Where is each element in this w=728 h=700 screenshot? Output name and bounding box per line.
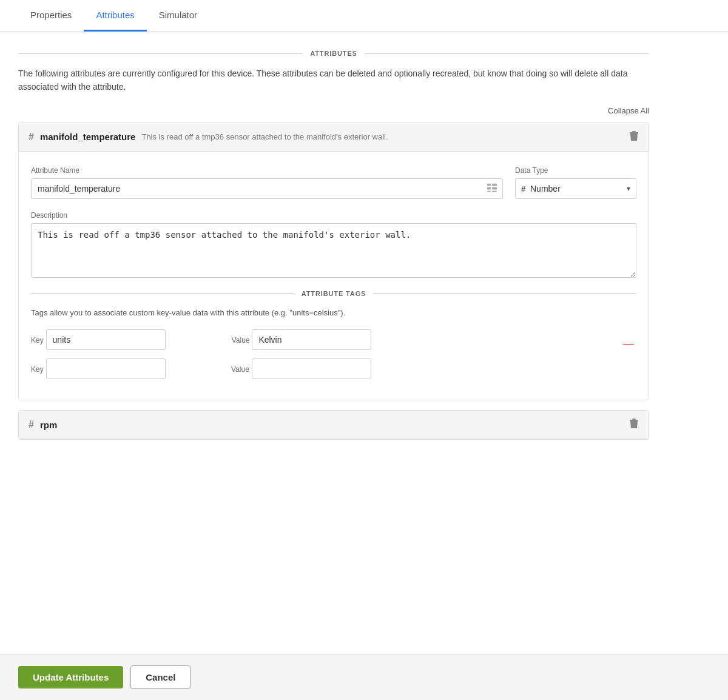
description-textarea[interactable]: This is read off a tmp36 sensor attached… bbox=[31, 223, 636, 278]
collapse-all-row: Collapse All bbox=[18, 106, 649, 115]
attribute-header-rpm: # rpm bbox=[19, 411, 649, 439]
tag-row-0: Key Value — bbox=[31, 329, 636, 350]
tag-key-input-0[interactable] bbox=[46, 329, 166, 350]
grid-icon bbox=[487, 183, 497, 194]
tag-key-input-1[interactable] bbox=[46, 358, 166, 379]
tabs-bar: Properties Attributes Simulator bbox=[0, 0, 728, 32]
hash-icon-rpm: # bbox=[29, 419, 34, 430]
remove-tag-button-0[interactable]: — bbox=[621, 338, 636, 349]
data-type-select-wrapper: # Number String Boolean ▾ bbox=[515, 178, 636, 199]
delete-icon-manifold[interactable] bbox=[629, 130, 639, 144]
collapse-all-button[interactable]: Collapse All bbox=[608, 106, 649, 115]
tag-key-label-1: Key bbox=[31, 365, 44, 374]
tag-value-label-1: Value bbox=[231, 365, 249, 374]
attribute-name-input[interactable] bbox=[31, 178, 503, 199]
description-label: Description bbox=[31, 211, 636, 220]
attribute-name-rpm: rpm bbox=[40, 420, 57, 430]
attribute-card-manifold-temperature: # manifold_temperature This is read off … bbox=[18, 123, 649, 401]
svg-rect-4 bbox=[487, 187, 491, 189]
form-row-description: Description This is read off a tmp36 sen… bbox=[31, 211, 636, 278]
attribute-name-manifold: manifold_temperature bbox=[40, 132, 136, 142]
description-group: Description This is read off a tmp36 sen… bbox=[31, 211, 636, 278]
attribute-header-manifold-temperature: # manifold_temperature This is read off … bbox=[19, 123, 649, 152]
tags-description: Tags allow you to associate custom key-v… bbox=[31, 307, 636, 319]
attribute-body-manifold: Attribute Name bbox=[19, 152, 649, 400]
data-type-label: Data Type bbox=[515, 166, 636, 175]
attribute-name-input-wrapper bbox=[31, 178, 503, 199]
tag-value-group-0: Value bbox=[232, 329, 608, 350]
tab-attributes[interactable]: Attributes bbox=[84, 0, 146, 32]
svg-rect-1 bbox=[630, 132, 638, 133]
section-title: ATTRIBUTES bbox=[310, 50, 357, 57]
svg-rect-9 bbox=[630, 420, 638, 421]
svg-rect-6 bbox=[487, 190, 491, 192]
main-content: ATTRIBUTES The following attributes are … bbox=[0, 32, 667, 510]
attribute-name-label: Attribute Name bbox=[31, 166, 503, 175]
attribute-card-rpm: # rpm bbox=[18, 410, 649, 440]
tag-key-group-1: Key bbox=[31, 358, 219, 379]
attribute-short-desc-manifold: This is read off a tmp36 sensor attached… bbox=[141, 132, 623, 141]
hash-icon-manifold: # bbox=[29, 132, 34, 143]
attribute-name-group: Attribute Name bbox=[31, 166, 503, 199]
svg-rect-5 bbox=[492, 187, 497, 189]
tab-properties[interactable]: Properties bbox=[18, 0, 84, 32]
tags-section: ATTRIBUTE TAGS Tags allow you to associa… bbox=[31, 290, 636, 380]
tag-value-input-1[interactable] bbox=[252, 358, 371, 379]
tab-simulator[interactable]: Simulator bbox=[147, 0, 209, 32]
svg-rect-3 bbox=[492, 183, 497, 186]
form-row-name-type: Attribute Name bbox=[31, 166, 636, 199]
tag-value-input-0[interactable] bbox=[252, 329, 371, 350]
delete-icon-rpm[interactable] bbox=[629, 418, 639, 431]
tag-key-group-0: Key bbox=[31, 329, 220, 350]
tag-value-group-1: Value bbox=[231, 358, 607, 379]
tag-row-1: Key Value bbox=[31, 358, 636, 379]
svg-rect-0 bbox=[632, 131, 636, 132]
tag-key-label-0: Key bbox=[31, 336, 44, 345]
svg-rect-2 bbox=[487, 183, 491, 186]
svg-rect-8 bbox=[632, 419, 636, 420]
section-divider-tags: ATTRIBUTE TAGS bbox=[31, 290, 636, 297]
tag-value-label-0: Value bbox=[232, 336, 250, 345]
svg-rect-7 bbox=[492, 190, 497, 192]
attributes-description: The following attributes are currently c… bbox=[18, 67, 649, 94]
tags-section-title: ATTRIBUTE TAGS bbox=[302, 290, 366, 297]
section-divider-attributes: ATTRIBUTES bbox=[18, 50, 649, 57]
data-type-group: Data Type # Number String Boolean ▾ bbox=[515, 166, 636, 199]
data-type-select[interactable]: Number String Boolean bbox=[515, 178, 636, 199]
